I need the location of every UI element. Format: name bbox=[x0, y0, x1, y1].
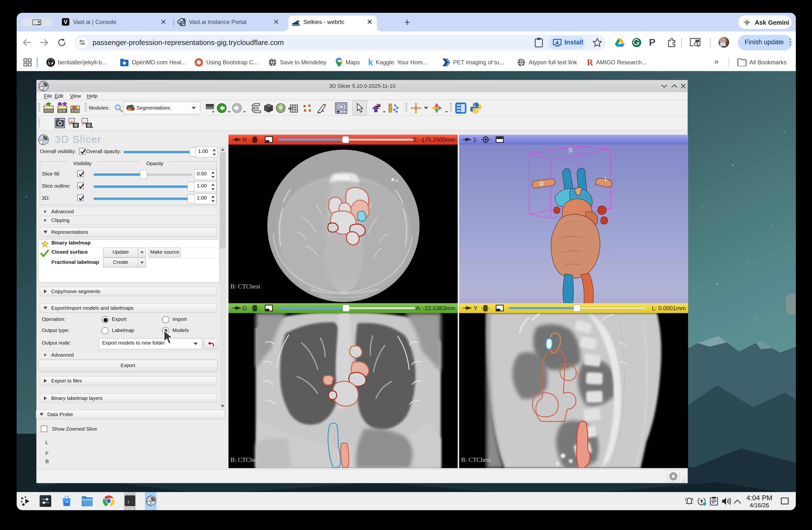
svg-text:B: CTChest: B: CTChest bbox=[461, 456, 491, 463]
svg-text:L: L bbox=[605, 175, 608, 182]
svg-text:R: R bbox=[539, 180, 544, 187]
svg-text:SAVE: SAVE bbox=[71, 109, 80, 112]
svg-text:B: CTChest: B: CTChest bbox=[230, 283, 260, 290]
svg-text:DCM: DCM bbox=[58, 109, 66, 112]
svg-text:B: CTChest: B: CTChest bbox=[230, 456, 260, 463]
svg-text:S: S bbox=[568, 147, 572, 154]
svg-text:DATA: DATA bbox=[45, 109, 53, 112]
